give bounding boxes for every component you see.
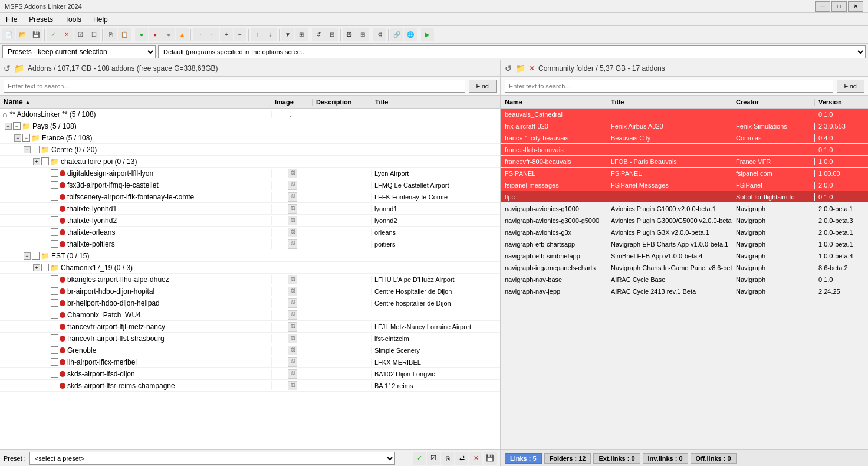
right-row[interactable]: fnx-aircraft-320 Fenix Airbus A320 Fenix… — [501, 120, 868, 132]
checkbox[interactable] — [51, 299, 58, 307]
new-icon[interactable]: 📄 — [2, 28, 15, 41]
uncheck-all-icon[interactable]: ☐ — [87, 28, 100, 41]
add-list-icon[interactable]: + — [220, 28, 233, 41]
right-row[interactable]: FSIPANEL FSIPANEL fsipanel.com 1.00.00 — [501, 168, 868, 179]
left-search-input[interactable] — [4, 80, 465, 93]
right-find-button[interactable]: Find — [837, 80, 864, 93]
tree-row[interactable]: bkangles-airport-lfhu-alpe-dhuez 🖼 LFHU … — [0, 274, 500, 285]
table-icon[interactable]: ⊞ — [356, 28, 369, 41]
right-close-icon[interactable]: ✕ — [529, 64, 535, 73]
expand-icon[interactable]: − — [24, 146, 31, 153]
checkbox[interactable] — [51, 205, 58, 212]
checkbox[interactable] — [41, 264, 49, 271]
default-select[interactable]: Default (programs specified in the optio… — [158, 45, 866, 58]
right-row[interactable]: france-1-city-beauvais Beauvais City Com… — [501, 132, 868, 144]
expand-icon[interactable]: + — [33, 158, 40, 165]
left-folder-icon[interactable]: 📁 — [14, 64, 24, 73]
tree-row[interactable]: tblfscenery-airport-lffk-fontenay-le-com… — [0, 191, 500, 203]
right-row[interactable]: navigraph-avionics-g1000 Avionics Plugin… — [501, 203, 868, 215]
preset-move-icon[interactable]: ⇄ — [455, 452, 468, 465]
tree-row[interactable]: − − 📁 France (5 / 108) — [0, 132, 500, 144]
save-icon[interactable]: 💾 — [29, 28, 42, 41]
menu-help[interactable]: Help — [90, 14, 111, 25]
tree-row[interactable]: br-heliport-hdbo-dijon-helipad 🖼 Centre … — [0, 297, 500, 309]
split-view-icon[interactable]: ⊟ — [326, 28, 338, 41]
right-row[interactable]: navigraph-ingamepanels-charts Navigraph … — [501, 262, 868, 274]
right-row[interactable]: navigraph-avionics-g3x Avionics Plugin G… — [501, 227, 868, 238]
checkbox[interactable] — [51, 370, 58, 378]
preset-delete-icon[interactable]: ✕ — [469, 452, 482, 465]
tree-row[interactable]: br-airport-hdbo-dijon-hopital 🖼 Centre H… — [0, 285, 500, 297]
expand-icon[interactable]: − — [5, 123, 12, 130]
preset-apply-green-icon[interactable]: ✓ — [413, 452, 426, 465]
tree-row[interactable]: thalixte-orleans 🖼 orleans — [0, 227, 500, 238]
minimize-button[interactable]: ─ — [815, 1, 830, 12]
right-refresh-icon[interactable]: ↺ — [505, 64, 512, 73]
filter-icon[interactable]: ▼ — [281, 28, 294, 41]
expand-icon[interactable]: + — [33, 264, 40, 271]
tree-row[interactable]: francevfr-airport-lfst-strasbourg 🖼 lfst… — [0, 333, 500, 344]
preset-copy-icon[interactable]: ⎘ — [441, 452, 454, 465]
arrow-right-icon[interactable]: → — [193, 28, 206, 41]
preset-select[interactable]: Presets - keep current selection — [2, 45, 156, 58]
image-icon[interactable]: 🖼 — [343, 28, 356, 41]
tree-row[interactable]: thalixte-lyonhd1 🖼 lyonhd1 — [0, 203, 500, 215]
right-row-selected[interactable]: lfpc Sobol for flightsim.to 0.1.0 — [501, 191, 868, 203]
right-row[interactable]: navigraph-nav-base AIRAC Cycle Base Navi… — [501, 274, 868, 285]
right-row[interactable]: navigraph-efb-chartsapp Navigraph EFB Ch… — [501, 238, 868, 250]
preset-checkbox-icon[interactable]: ☑ — [427, 452, 440, 465]
right-table-wrapper[interactable]: Name Title Creator Version beauvais_Cath… — [501, 96, 868, 449]
checkbox[interactable] — [51, 287, 58, 295]
check-all-icon[interactable]: ☑ — [74, 28, 87, 41]
check-green-icon[interactable]: ✓ — [47, 28, 60, 41]
tree-row[interactable]: llh-airport-lflcx-meribel 🖼 LFKX MERIBEL — [0, 356, 500, 368]
right-row[interactable]: navigraph-avionics-g3000-g5000 Avionics … — [501, 215, 868, 227]
checkbox[interactable]: − — [22, 134, 30, 142]
checkbox[interactable] — [51, 169, 58, 177]
tree-row[interactable]: francevfr-airport-lfjl-metz-nancy 🖼 LFJL… — [0, 321, 500, 333]
expand-icon[interactable]: − — [14, 134, 21, 142]
preset-save-icon[interactable]: 💾 — [484, 452, 497, 465]
right-row[interactable]: france-lfob-beauvais 0.1.0 — [501, 144, 868, 156]
checkbox[interactable] — [51, 228, 58, 236]
tree-row[interactable]: Chamonix_Patch_WU4 🖼 — [0, 309, 500, 321]
expand-icon[interactable]: − — [24, 252, 31, 260]
list-down-icon[interactable]: ↓ — [264, 28, 277, 41]
menu-presets[interactable]: Presets — [25, 14, 57, 25]
checkbox[interactable] — [51, 311, 58, 319]
triangle-orange-icon[interactable]: ▲ — [176, 28, 189, 41]
play-icon[interactable]: ▶ — [421, 28, 434, 41]
tree-row[interactable]: thalixte-lyonhd2 🖼 lyonhd2 — [0, 215, 500, 227]
right-row[interactable]: francevfr-800-beauvais LFOB - Paris Beau… — [501, 156, 868, 168]
checkbox[interactable] — [41, 157, 49, 165]
tree-row[interactable]: Grenoble 🖼 Simple Scenery — [0, 344, 500, 356]
maximize-button[interactable]: □ — [831, 1, 847, 12]
circle-gray-icon[interactable]: ● — [162, 28, 175, 41]
options-icon[interactable]: ⚙ — [373, 28, 386, 41]
columns-icon[interactable]: ⊞ — [295, 28, 308, 41]
globe-icon[interactable]: 🌐 — [404, 28, 417, 41]
left-tree-area[interactable]: Name ▲ Image Description Title ⌂ ** Addo… — [0, 96, 500, 449]
tree-row[interactable]: + 📁 chateau loire poi (0 / 13) — [0, 156, 500, 168]
x-red-icon[interactable]: ✕ — [60, 28, 73, 41]
refresh-icon[interactable]: ↺ — [312, 28, 325, 41]
left-find-button[interactable]: Find — [469, 80, 497, 93]
checkbox[interactable] — [51, 216, 58, 224]
tree-row[interactable]: ⌂ ** AddonsLinker ** (5 / 108) ... — [0, 109, 500, 120]
list-up-icon[interactable]: ↑ — [251, 28, 264, 41]
tree-row[interactable]: thalixte-poitiers 🖼 poitiers — [0, 238, 500, 250]
tree-row[interactable]: + 📁 Chamonix17_19 (0 / 3) — [0, 262, 500, 274]
tree-row[interactable]: skds-airport-lfsd-dijon 🖼 BA102 Dijon-Lo… — [0, 368, 500, 380]
tree-row[interactable]: fsx3d-airport-lfmq-le-castellet 🖼 LFMQ L… — [0, 179, 500, 191]
checkbox[interactable] — [51, 275, 58, 283]
circle-green-icon[interactable]: ● — [135, 28, 148, 41]
link-icon[interactable]: 🔗 — [390, 28, 403, 41]
tree-row[interactable]: − − 📁 Pays (5 / 108) — [0, 120, 500, 132]
checkbox[interactable] — [51, 358, 58, 366]
checkbox[interactable] — [51, 181, 58, 189]
right-row[interactable]: navigraph-nav-jepp AIRAC Cycle 2413 rev.… — [501, 285, 868, 297]
checkbox[interactable] — [51, 240, 58, 248]
preset-bottom-select[interactable]: <select a preset> — [29, 452, 395, 465]
menu-file[interactable]: File — [2, 14, 21, 25]
right-search-input[interactable] — [505, 80, 833, 93]
